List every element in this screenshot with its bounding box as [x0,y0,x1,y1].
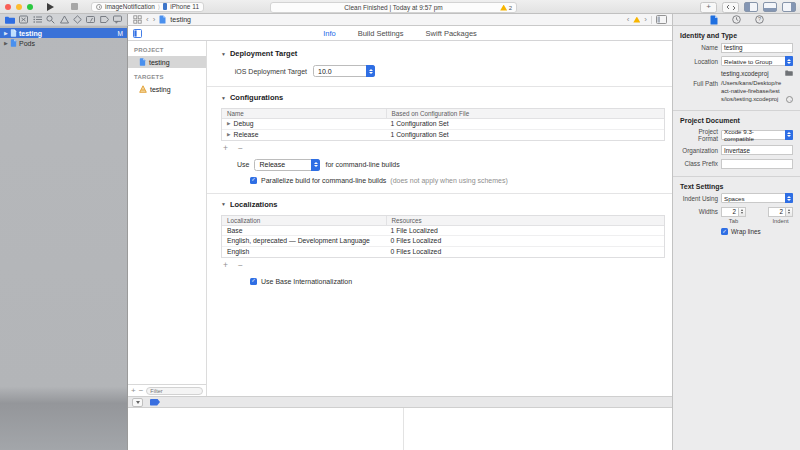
indent-caption: Indent [768,218,793,224]
toggle-debug-area-button[interactable] [763,2,777,12]
location-select[interactable]: Relative to Group [721,56,793,66]
run-button[interactable] [47,3,54,11]
tab-build-settings[interactable]: Build Settings [358,29,404,38]
tab-swift-packages[interactable]: Swift Packages [426,29,477,38]
file-inspector-tab[interactable] [710,15,718,25]
column-header-resources[interactable]: Resources [386,216,664,225]
popup-chevrons-icon [785,130,793,140]
add-target-button[interactable]: + [131,387,136,395]
debug-gauge-icon [86,15,95,24]
project-file-icon [159,15,166,24]
editor-layout-icon[interactable] [656,15,667,24]
stepper-arrows-icon[interactable] [739,207,746,217]
hide-debug-area-button[interactable] [132,398,143,407]
parallelize-label: Parallelize build for command-line build… [261,177,386,184]
wrap-lines-checkbox[interactable]: ✓ [721,228,728,235]
project-item[interactable]: testing [128,56,206,68]
navigator-item-testing[interactable]: ▶ testing M [0,28,127,38]
scheme-name[interactable]: imageNotification [105,3,155,10]
deployment-target-select[interactable]: 10.0 [313,65,375,77]
navigator-tab-symbols[interactable] [33,15,42,24]
name-field[interactable]: testing [721,43,793,53]
code-review-button[interactable] [722,2,739,13]
class-prefix-field[interactable] [721,159,793,169]
deployment-target-label: iOS Deployment Target [221,68,307,75]
previous-issue-button[interactable]: ‹ [627,16,630,24]
warning-badge[interactable]: 2 [500,5,512,11]
add-localization-button[interactable]: + [223,261,228,270]
disclosure-icon[interactable]: ▶ [227,121,230,126]
folder-icon[interactable] [785,70,793,76]
breakpoint-tag-icon [100,15,109,24]
command-line-config-select[interactable]: Release [254,159,320,171]
project-format-select[interactable]: Xcode 9.3-compatible [721,130,793,140]
remove-configuration-button[interactable]: − [238,144,243,153]
library-button[interactable]: + [700,2,717,13]
tab-width-value[interactable]: 2 [721,207,739,217]
section-disclosure-icon[interactable]: ▼ [221,201,226,207]
go-back-button[interactable]: ‹ [146,16,149,24]
navigator-tab-reports[interactable] [113,15,122,24]
device-icon [163,3,167,10]
indent-width-stepper[interactable]: 2 [768,207,793,217]
stop-button[interactable] [71,3,78,10]
go-forward-button[interactable]: › [153,16,156,24]
configurations-table: Name Based on Configuration File ▶ Debug… [221,108,665,141]
section-disclosure-icon[interactable]: ▼ [221,51,226,57]
tab-info[interactable]: Info [323,29,336,38]
related-items-icon[interactable] [133,15,142,24]
scheme-selector[interactable]: imageNotification ⟩ iPhone 11 [91,2,204,12]
base-internationalization-checkbox[interactable]: ✓ [250,278,257,285]
table-row[interactable]: ▶ Release 1 Configuration Set [222,130,664,141]
table-row[interactable]: English 0 Files Localized [222,247,664,258]
parallelize-checkbox[interactable]: ✓ [250,177,257,184]
full-path-value: /Users/kans/Desktop/react-native-firebas… [721,80,784,103]
navigator-tab-source-control[interactable] [19,15,28,24]
reveal-arrow-icon[interactable]: → [786,96,793,103]
indent-using-value: Spaces [724,195,745,202]
quick-help-inspector-tab[interactable]: ? [755,15,764,24]
organization-field[interactable]: Invertase [721,145,793,155]
navigator-item-pods[interactable]: ▶ Pods [0,38,127,48]
indent-using-select[interactable]: Spaces [721,193,793,203]
column-header-file[interactable]: Based on Configuration File [386,109,664,118]
navigator-tab-tests[interactable] [73,15,82,24]
history-inspector-tab[interactable] [732,15,741,24]
breakpoints-enabled-icon[interactable] [150,399,160,406]
project-list-toggle-icon[interactable] [133,29,142,38]
zoom-window-button[interactable] [27,4,33,10]
issue-warning-icon[interactable] [633,17,640,23]
minimize-window-button[interactable] [16,4,22,10]
target-item[interactable]: testing [128,83,206,95]
remove-target-button[interactable]: − [139,387,144,395]
column-header-localization[interactable]: Localization [222,217,386,224]
location-label: Location [680,58,718,65]
jump-bar-file[interactable]: testing [170,16,191,23]
tab-width-stepper[interactable]: 2 [721,207,746,217]
disclosure-icon[interactable]: ▶ [227,132,230,137]
run-destination[interactable]: iPhone 11 [170,3,199,10]
filter-input[interactable] [146,387,203,395]
remove-localization-button[interactable]: − [238,261,243,270]
stepper-arrows-icon[interactable] [786,207,793,217]
toggle-navigator-button[interactable] [744,2,758,12]
table-row[interactable]: English, deprecated — Development Langua… [222,236,664,247]
navigator-tab-find[interactable] [46,15,55,24]
full-path-label: Full Path [680,80,718,87]
next-issue-button[interactable]: › [644,16,647,24]
navigator-tab-breakpoints[interactable] [100,15,109,24]
close-window-button[interactable] [5,4,11,10]
console-split-divider[interactable] [403,408,404,450]
table-row[interactable]: ▶ Debug 1 Configuration Set [222,119,664,130]
warning-icon [500,5,507,11]
section-disclosure-icon[interactable]: ▼ [221,95,226,101]
modified-badge: M [118,30,123,37]
toggle-inspector-button[interactable] [782,2,796,12]
navigator-tab-debug[interactable] [86,15,95,24]
navigator-tab-project[interactable] [5,16,15,24]
navigator-tab-issues[interactable] [60,15,69,24]
column-header-name[interactable]: Name [222,110,386,117]
indent-width-value[interactable]: 2 [768,207,786,217]
table-row[interactable]: Base 1 File Localized [222,226,664,237]
add-configuration-button[interactable]: + [223,144,228,153]
